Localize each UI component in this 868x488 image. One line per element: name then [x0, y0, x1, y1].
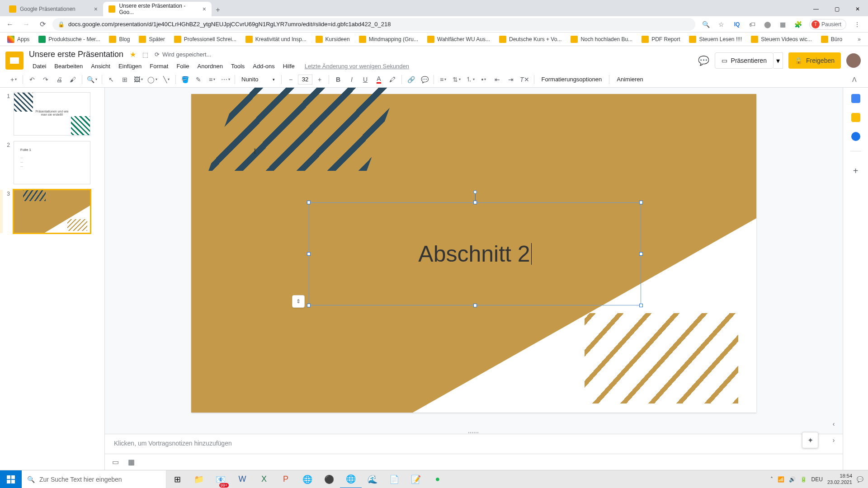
profile-chip[interactable]: T Pausiert [809, 19, 846, 30]
edge-icon[interactable]: 🌊 [362, 470, 383, 488]
forward-button[interactable]: → [20, 18, 33, 31]
slide-canvas[interactable]: I ⇕ Abschnitt 2 [191, 94, 756, 413]
bold-button[interactable]: B [332, 74, 344, 85]
bookmark-folder[interactable]: Mindmapping (Gru... [355, 34, 422, 45]
star-icon[interactable]: ★ [130, 50, 136, 59]
redo-button[interactable]: ↷ [39, 74, 52, 85]
present-dropdown[interactable]: ▾ [774, 52, 783, 69]
close-tab-icon[interactable]: × [203, 5, 206, 13]
line-spacing-button[interactable]: ⇅ [450, 74, 463, 85]
bookmark-folder[interactable]: Professionell Schrei... [170, 34, 240, 45]
powerpoint-icon[interactable]: P [275, 470, 297, 488]
url-input[interactable]: 🔒 docs.google.com/presentation/d/1je40CL… [52, 18, 695, 31]
language-indicator[interactable]: DEU [811, 476, 823, 483]
back-button[interactable]: ← [4, 18, 16, 31]
slide-thumbnail-1[interactable]: Präsentationen und wie man sie erstellt! [14, 92, 90, 136]
menu-help[interactable]: Hilfe [279, 61, 298, 71]
chrome-icon[interactable]: 🌐 [340, 470, 362, 488]
bookmark-folder[interactable]: Kursideen [312, 34, 354, 45]
new-slide-button[interactable]: + [7, 74, 20, 85]
shape-tool[interactable]: ◯ [146, 74, 159, 85]
extension-icon-4[interactable]: ▦ [778, 20, 788, 29]
menu-file[interactable]: Datei [29, 61, 50, 71]
close-window-button[interactable]: ✕ [847, 2, 868, 16]
bookmark-folder[interactable]: Deutsche Kurs + Vo... [495, 34, 565, 45]
resize-handle[interactable] [473, 304, 477, 307]
star-icon[interactable]: ☆ [717, 20, 726, 29]
app-icon[interactable]: 📄 [383, 470, 405, 488]
autofit-button[interactable]: ⇕ [292, 295, 305, 308]
font-size-decrease[interactable]: − [284, 74, 297, 85]
animate-button[interactable]: Animieren [612, 76, 648, 83]
indent-increase-button[interactable]: ⇥ [505, 74, 517, 85]
align-button[interactable]: ≡ [437, 74, 449, 85]
prev-slide-button[interactable]: ‹ [829, 416, 838, 432]
resize-handle[interactable] [639, 252, 643, 256]
minimize-button[interactable]: — [806, 2, 826, 16]
resize-handle[interactable] [473, 201, 477, 204]
next-slide-button[interactable]: › [829, 432, 838, 448]
word-icon[interactable]: W [231, 470, 253, 488]
bookmark-folder[interactable]: Kreativität und Insp... [242, 34, 310, 45]
tray-chevron-icon[interactable]: ˄ [770, 476, 773, 483]
text-color-button[interactable]: A [373, 74, 385, 85]
account-avatar[interactable] [846, 53, 861, 68]
comment-button[interactable]: 💬 [418, 74, 431, 85]
maximize-button[interactable]: ▢ [826, 2, 847, 16]
paint-format-button[interactable]: 🖌 [66, 74, 79, 85]
menu-view[interactable]: Ansicht [87, 61, 114, 71]
rotate-handle[interactable] [473, 190, 477, 194]
start-button[interactable] [0, 470, 22, 488]
extension-icon-2[interactable]: 🏷 [748, 20, 757, 29]
bookmark-folder[interactable]: Blog [105, 34, 133, 45]
comments-button[interactable]: 💬 [698, 55, 709, 66]
resize-handle[interactable] [639, 304, 643, 307]
zoom-button[interactable]: 🔍 [85, 74, 99, 85]
print-button[interactable]: 🖨 [53, 74, 66, 85]
extensions-menu-icon[interactable]: 🧩 [794, 20, 803, 29]
filmstrip[interactable]: 1 Präsentationen und wie man sie erstell… [0, 88, 105, 470]
explore-button[interactable]: ✦ [802, 432, 818, 448]
document-title[interactable]: Unsere erste Präsentation [29, 50, 123, 59]
indent-decrease-button[interactable]: ⇤ [491, 74, 504, 85]
apps-bookmark[interactable]: Apps [4, 34, 33, 45]
grid-view-button[interactable]: ▦ [128, 458, 135, 466]
calendar-icon[interactable] [851, 94, 860, 103]
line-tool[interactable]: ╲ [160, 74, 173, 85]
font-size-input[interactable] [298, 75, 312, 84]
last-edit-info[interactable]: Letzte Änderung vor wenigen Sekunden [301, 61, 413, 71]
excel-icon[interactable]: X [253, 470, 275, 488]
bookmark-folder[interactable]: Steuern Lesen !!!! [685, 34, 745, 45]
notifications-icon[interactable]: 💬 [857, 476, 863, 483]
task-view-icon[interactable]: ⊞ [166, 470, 188, 488]
mail-icon[interactable]: 📧99+ [210, 470, 231, 488]
menu-format[interactable]: Format [146, 61, 172, 71]
close-tab-icon[interactable]: × [94, 5, 98, 13]
clock[interactable]: 18:54 23.02.2021 [827, 473, 852, 485]
textbox-tool[interactable]: ⊞ [118, 74, 131, 85]
menu-slide[interactable]: Folie [173, 61, 193, 71]
slide-title-text[interactable]: Abschnitt 2 [418, 241, 530, 267]
bulleted-list-button[interactable]: • [477, 74, 490, 85]
font-select[interactable]: Nunito▾ [238, 74, 278, 85]
resize-handle[interactable] [639, 201, 643, 204]
title-text-box[interactable]: ⇕ Abschnitt 2 [309, 202, 641, 305]
bookmark-folder[interactable]: Büro [817, 34, 846, 45]
resize-handle[interactable] [307, 201, 311, 204]
slide-thumbnail-3[interactable] [14, 190, 90, 233]
underline-button[interactable]: U [359, 74, 372, 85]
format-options-button[interactable]: Formatierungsoptionen [537, 76, 607, 83]
font-size-increase[interactable]: + [313, 74, 326, 85]
zoom-icon[interactable]: 🔍 [702, 20, 711, 29]
spotify-icon[interactable]: ● [427, 470, 448, 488]
collapse-toolbar-button[interactable]: ᐱ [848, 74, 861, 85]
link-button[interactable]: 🔗 [405, 74, 417, 85]
highlight-button[interactable]: 🖍 [386, 74, 399, 85]
menu-arrange[interactable]: Anordnen [194, 61, 226, 71]
menu-addons[interactable]: Add-ons [249, 61, 278, 71]
wifi-icon[interactable]: 📶 [778, 476, 784, 483]
menu-tools[interactable]: Tools [227, 61, 248, 71]
bookmark-folder[interactable]: Noch hochladen Bu... [567, 34, 636, 45]
numbered-list-button[interactable]: ⒈ [464, 74, 476, 85]
border-color-button[interactable]: ✎ [192, 74, 205, 85]
